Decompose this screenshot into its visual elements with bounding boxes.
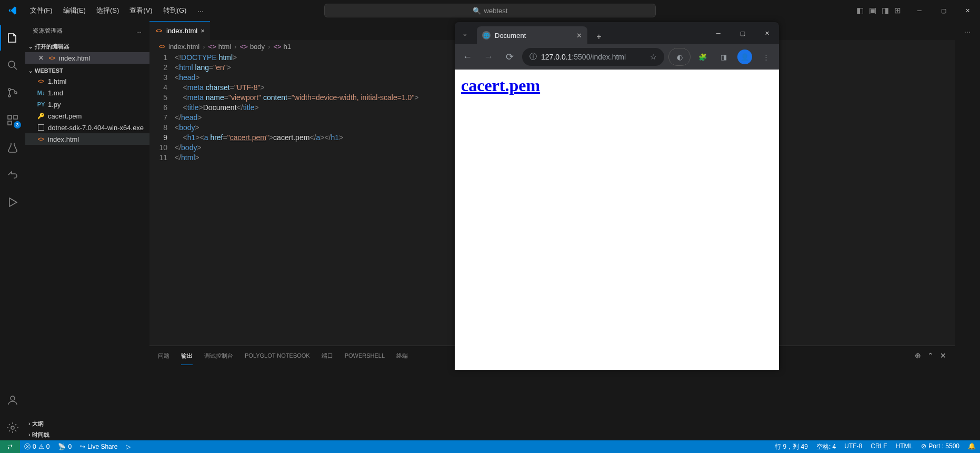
browser-menu[interactable]: ⋮ — [757, 48, 775, 66]
warning-icon: ⚠ — [38, 443, 44, 450]
panel-tab-powershell[interactable]: POWERSHELL — [345, 350, 385, 361]
file-item-cacert.pem[interactable]: 🔑cacert.pem — [25, 110, 149, 122]
activity-live-share[interactable] — [0, 162, 25, 188]
file-name: 1.py — [48, 101, 61, 109]
maximize-button[interactable]: ▢ — [932, 0, 956, 21]
panel-tab-problems[interactable]: 问题 — [158, 350, 169, 362]
svg-point-7 — [11, 396, 15, 400]
layout-controls: ◧ ▣ ◨ ⊞ — [850, 6, 907, 15]
status-lang[interactable]: HTML — [892, 442, 917, 450]
svg-point-8 — [11, 426, 14, 429]
panel-tab-debug[interactable]: 调试控制台 — [204, 350, 233, 362]
browser-new-tab[interactable]: + — [592, 29, 606, 44]
tab-label: index.html — [166, 27, 197, 35]
timeline-section[interactable]: › 时间线 — [25, 429, 149, 440]
activity-source-control[interactable] — [0, 80, 25, 105]
breadcrumb-body: body — [250, 43, 265, 51]
broadcast-icon: ⊘ — [921, 442, 926, 450]
open-editor-file[interactable]: × <> index.html — [25, 52, 149, 64]
svg-point-3 — [15, 92, 17, 94]
panel-chevron-icon[interactable]: ⌃ — [927, 351, 934, 360]
browser-tab-title: Document — [495, 32, 526, 40]
radio-icon: 📡 — [58, 443, 66, 450]
file-item-dotnet-sdk-7.0.404-win-x64.exe[interactable]: dotnet-sdk-7.0.404-win-x64.exe — [25, 122, 149, 133]
sidepanel-icon[interactable]: ◨ — [715, 48, 733, 66]
panel-tab-ports[interactable]: 端口 — [322, 350, 333, 362]
vscode-logo — [0, 6, 25, 15]
status-notifications[interactable]: 🔔 — [964, 442, 980, 450]
status-ports[interactable]: 📡0 — [54, 440, 76, 453]
secondary-more-icon[interactable]: … — [964, 26, 971, 34]
open-editors-section[interactable]: ⌄ 打开的编辑器 — [25, 41, 149, 52]
file-name: 1.html — [48, 77, 66, 85]
close-tab-icon[interactable]: × — [201, 27, 205, 35]
file-item-1.py[interactable]: PY1.py — [25, 99, 149, 110]
browser-profile[interactable]: 👤 — [736, 48, 754, 66]
toggle-secondary-sidebar-icon[interactable]: ◨ — [882, 6, 889, 15]
menu-file[interactable]: 文件(F) — [25, 3, 57, 18]
browser-maximize[interactable]: ▢ — [731, 22, 755, 44]
status-problems[interactable]: ⓧ0 ⚠0 — [20, 440, 54, 453]
outline-section[interactable]: › 大纲 — [25, 418, 149, 429]
search-icon: 🔍 — [473, 7, 481, 15]
activity-accounts[interactable] — [0, 388, 25, 413]
file-item-1.html[interactable]: <>1.html — [25, 75, 149, 87]
panel-tab-terminal[interactable]: 终端 — [396, 350, 408, 362]
panel-tab-polyglot[interactable]: POLYGLOT NOTEBOOK — [245, 350, 310, 361]
explorer-more-icon[interactable]: … — [136, 27, 143, 34]
browser-tab[interactable]: 🌐 Document ✕ — [477, 26, 587, 44]
close-button[interactable]: ✕ — [956, 0, 980, 21]
editor-tab-index[interactable]: <> index.html × — [149, 21, 211, 40]
minimize-button[interactable]: ─ — [907, 0, 932, 21]
new-terminal-icon[interactable]: ⊕ — [915, 351, 921, 360]
status-spaces[interactable]: 空格: 4 — [812, 442, 840, 451]
browser-tab-search[interactable]: ⌄ — [455, 22, 475, 44]
browser-close[interactable]: ✕ — [755, 22, 779, 44]
toggle-primary-sidebar-icon[interactable]: ◧ — [856, 6, 864, 15]
workspace-section[interactable]: ⌄ WEBTEST — [25, 66, 149, 75]
activity-search[interactable] — [0, 53, 25, 78]
browser-forward[interactable]: → — [480, 48, 497, 65]
status-liveshare[interactable]: ↪Live Share — [76, 440, 122, 453]
menu-view[interactable]: 查看(V) — [125, 3, 157, 18]
file-item-index.html[interactable]: <>index.html — [25, 133, 149, 145]
activity-extensions[interactable]: 3 — [0, 107, 25, 133]
toggle-panel-icon[interactable]: ▣ — [869, 6, 876, 15]
file-item-1.md[interactable]: M↓1.md — [25, 87, 149, 99]
error-icon: ⓧ — [24, 442, 31, 451]
extensions-icon[interactable]: 🧩 — [694, 48, 712, 66]
browser-minimize[interactable]: ─ — [706, 22, 731, 44]
menu-more[interactable]: … — [192, 3, 208, 18]
menu-go[interactable]: 转到(G) — [158, 3, 192, 18]
browser-device-switch[interactable]: ◐ — [668, 48, 691, 66]
browser-tab-close-icon[interactable]: ✕ — [576, 32, 582, 40]
bookmark-icon[interactable]: ☆ — [650, 53, 657, 61]
browser-back[interactable]: ← — [459, 48, 476, 65]
site-info-icon[interactable]: ⓘ — [529, 52, 537, 62]
command-center-search[interactable]: 🔍 webtest — [324, 4, 656, 17]
close-editor-icon[interactable]: × — [37, 53, 45, 63]
customize-layout-icon[interactable]: ⊞ — [894, 6, 901, 15]
status-encoding[interactable]: UTF-8 — [840, 442, 866, 450]
status-cursor[interactable]: 行 9，列 49 — [771, 442, 812, 451]
status-preview[interactable]: ▷ — [122, 440, 135, 453]
address-path: :5500/index.html — [572, 53, 626, 61]
browser-address-bar[interactable]: ⓘ 127.0.0.1:5500/index.html ☆ — [522, 48, 664, 66]
activity-testing[interactable] — [0, 135, 25, 160]
activity-run-debug[interactable] — [0, 190, 25, 215]
remote-button[interactable]: ⇄ — [0, 440, 20, 453]
breadcrumb-h1: h1 — [284, 43, 291, 51]
activity-settings[interactable] — [0, 415, 25, 440]
panel-tab-output[interactable]: 输出 — [181, 350, 193, 362]
page-link[interactable]: cacert.pem — [461, 76, 540, 95]
svg-rect-4 — [8, 115, 12, 119]
status-go-live[interactable]: ⊘ Port : 5500 — [917, 442, 964, 450]
chevron-down-icon: ⌄ — [28, 44, 33, 50]
menu-edit[interactable]: 编辑(E) — [58, 3, 91, 18]
status-eol[interactable]: CRLF — [866, 442, 891, 450]
menu-select[interactable]: 选择(S) — [92, 3, 124, 18]
panel-close-icon[interactable]: ✕ — [940, 351, 946, 360]
browser-reload[interactable]: ⟳ — [501, 48, 518, 65]
activity-explorer[interactable] — [0, 25, 25, 51]
minimap[interactable] — [892, 53, 955, 346]
